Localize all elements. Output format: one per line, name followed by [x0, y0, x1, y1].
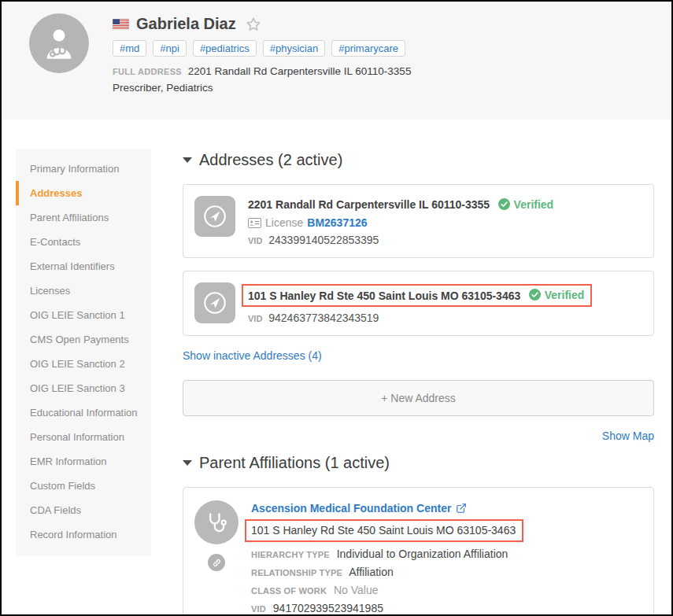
profile-header: Gabriela Diaz #md #npi #pediatrics #phys…	[2, 2, 671, 120]
tag-row: #md #npi #pediatrics #physician #primary…	[113, 40, 411, 57]
relationship-type-row: RELATIONSHIP TYPE Affiliation	[251, 566, 523, 578]
provider-type-subtitle: Prescriber, Pediatrics	[113, 82, 411, 94]
doctor-icon	[39, 24, 79, 63]
license-line: License BM2637126	[248, 216, 553, 229]
full-address-line: FULL ADDRESS 2201 Randall Rd Carpentersv…	[113, 65, 411, 77]
us-flag-icon	[113, 19, 129, 29]
header-info: Gabriela Diaz #md #npi #pediatrics #phys…	[113, 12, 411, 120]
license-label: License	[265, 216, 303, 229]
sidebar-item-parent-affiliations[interactable]: Parent Affiliations	[16, 205, 151, 230]
verified-label: Verified	[545, 289, 585, 301]
tag-physician[interactable]: #physician	[263, 40, 325, 57]
show-map-row: Show Map	[183, 429, 654, 443]
section-sidebar: Primary Information Addresses Parent Aff…	[16, 149, 151, 556]
address-navigation-icon	[194, 196, 235, 237]
hierarchy-type-value: Individual to Organization Affiliation	[337, 548, 508, 560]
sidebar-item-oig-leie-sanction-3[interactable]: OIG LEIE Sanction 3	[16, 376, 151, 400]
vid-line: VID 942463773842343519	[248, 312, 592, 324]
relationship-type-label: RELATIONSHIP TYPE	[251, 568, 342, 577]
hierarchy-type-label: HIERARCHY TYPE	[251, 550, 330, 559]
address-card-2: 101 S Hanley Rd Ste 450 Saint Louis MO 6…	[183, 271, 654, 336]
affiliation-vid-row: VID 941702939523941985	[251, 602, 523, 614]
vid-value: 942463773842343519	[268, 312, 379, 324]
class-of-work-row: CLASS OF WORK No Value	[251, 584, 523, 596]
affiliation-address: 101 S Hanley Rd Ste 450 Saint Louis MO 6…	[251, 524, 516, 537]
sidebar-item-primary-information[interactable]: Primary Information	[16, 157, 151, 181]
sidebar-item-oig-leie-sanction-2[interactable]: OIG LEIE Sanction 2	[16, 352, 151, 376]
license-card-icon	[248, 218, 261, 228]
sidebar-item-licenses[interactable]: Licenses	[16, 278, 151, 303]
verified-check-icon	[498, 198, 510, 210]
affiliation-card-content: Ascension Medical Foundation Center 101 …	[251, 500, 523, 614]
affiliation-name-row: Ascension Medical Foundation Center	[251, 502, 523, 515]
new-address-button[interactable]: + New Address	[183, 380, 654, 416]
address-card-1-content: 2201 Randall Rd Carpentersville IL 60110…	[248, 196, 553, 246]
sidebar-item-record-information[interactable]: Record Information	[16, 522, 151, 547]
sidebar-item-educational-information[interactable]: Educational Information	[16, 400, 151, 425]
annotation-highlight-address: 101 S Hanley Rd Ste 450 Saint Louis MO 6…	[242, 284, 592, 307]
sidebar-item-external-identifiers[interactable]: External Identifiers	[16, 254, 151, 278]
verified-label: Verified	[514, 198, 554, 211]
collapse-triangle-icon	[183, 460, 192, 466]
address-navigation-icon	[194, 282, 235, 323]
verified-check-icon	[529, 289, 541, 301]
sidebar-item-custom-fields[interactable]: Custom Fields	[16, 474, 151, 498]
provider-profile-page: Gabriela Diaz #md #npi #pediatrics #phys…	[0, 0, 673, 616]
class-of-work-value: No Value	[334, 584, 379, 596]
class-of-work-label: CLASS OF WORK	[251, 586, 327, 596]
page-title: Gabriela Diaz	[136, 15, 236, 33]
vid-label: VID	[248, 314, 262, 323]
hierarchy-type-row: HIERARCHY TYPE Individual to Organizatio…	[251, 548, 523, 560]
annotation-highlight-affiliation-address: 101 S Hanley Rd Ste 450 Saint Louis MO 6…	[245, 519, 523, 542]
addresses-section-title: Addresses (2 active)	[199, 151, 342, 169]
address-line-1: 2201 Randall Rd Carpentersville IL 60110…	[248, 197, 553, 212]
tag-npi[interactable]: #npi	[153, 40, 187, 57]
address-card-1: 2201 Randall Rd Carpentersville IL 60110…	[183, 184, 654, 258]
full-address-label: FULL ADDRESS	[113, 67, 182, 76]
sidebar-item-cms-open-payments[interactable]: CMS Open Payments	[16, 327, 151, 352]
full-address-value: 2201 Randall Rd Carpentersville IL 60110…	[188, 65, 412, 77]
vid-value: 941702939523941985	[273, 602, 383, 614]
organization-avatar	[194, 500, 239, 544]
tag-pediatrics[interactable]: #pediatrics	[193, 40, 257, 57]
tag-md[interactable]: #md	[113, 40, 146, 57]
affiliations-section-title: Parent Affiliations (1 active)	[199, 454, 390, 472]
verified-badge: Verified	[529, 289, 585, 301]
sidebar-item-oig-leie-sanction-1[interactable]: OIG LEIE Sanction 1	[16, 303, 151, 327]
stethoscope-icon	[203, 509, 230, 536]
link-chain-icon	[208, 554, 225, 571]
show-map-link[interactable]: Show Map	[602, 430, 654, 442]
affiliation-icons	[194, 500, 239, 614]
name-row: Gabriela Diaz	[113, 15, 411, 33]
vid-label: VID	[251, 604, 266, 614]
address-card-2-content: 101 S Hanley Rd Ste 450 Saint Louis MO 6…	[248, 282, 592, 324]
physician-avatar	[29, 13, 89, 73]
sidebar-item-personal-information[interactable]: Personal Information	[16, 425, 151, 449]
license-number-link[interactable]: BM2637126	[307, 216, 367, 229]
addresses-section-header[interactable]: Addresses (2 active)	[183, 151, 654, 169]
favorite-star-icon[interactable]	[245, 16, 262, 33]
address-text: 2201 Randall Rd Carpentersville IL 60110…	[248, 198, 490, 211]
sidebar-item-cda-fields[interactable]: CDA Fields	[16, 498, 151, 522]
address-text: 101 S Hanley Rd Ste 450 Saint Louis MO 6…	[248, 290, 520, 302]
show-inactive-row: Show inactive Addresses (4)	[183, 349, 654, 363]
tag-primarycare[interactable]: #primarycare	[331, 40, 405, 57]
relationship-type-value: Affiliation	[349, 566, 394, 578]
vid-value: 243399140522853395	[268, 234, 379, 246]
collapse-triangle-icon	[183, 157, 192, 163]
show-inactive-addresses-link[interactable]: Show inactive Addresses (4)	[183, 349, 322, 362]
sidebar-item-emr-information[interactable]: EMR Information	[16, 449, 151, 474]
verified-badge: Verified	[498, 198, 554, 211]
vid-label: VID	[248, 236, 262, 245]
page-body: Primary Information Addresses Parent Aff…	[2, 120, 671, 616]
affiliations-section-header[interactable]: Parent Affiliations (1 active)	[183, 454, 654, 472]
sidebar-item-e-contacts[interactable]: E-Contacts	[16, 230, 151, 254]
affiliation-name-link[interactable]: Ascension Medical Foundation Center	[251, 502, 451, 515]
affiliation-card: Ascension Medical Foundation Center 101 …	[183, 487, 654, 616]
external-link-icon[interactable]	[456, 503, 467, 514]
sidebar-item-addresses[interactable]: Addresses	[16, 181, 151, 205]
main-content: Addresses (2 active) 2201 Randall Rd Car…	[151, 149, 654, 616]
vid-line: VID 243399140522853395	[248, 234, 553, 246]
